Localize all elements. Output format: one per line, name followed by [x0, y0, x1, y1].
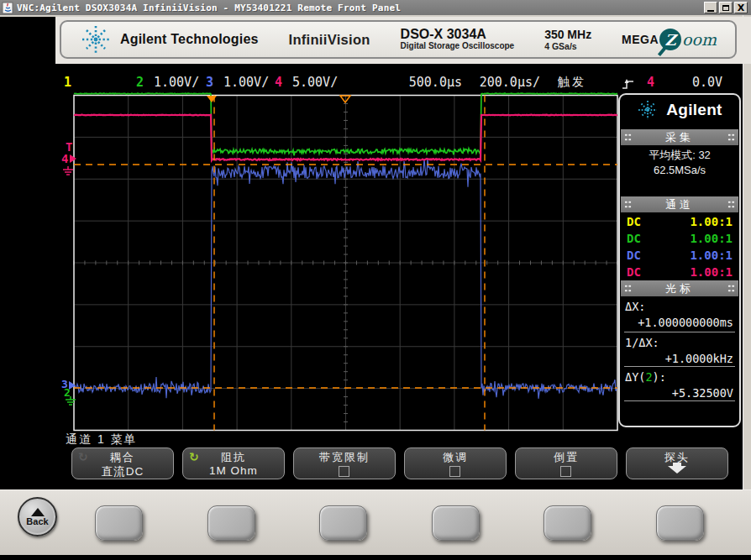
status-trigger-source: 4	[647, 75, 654, 90]
drag-grip-icon[interactable]	[624, 200, 632, 209]
drag-grip-icon[interactable]	[624, 284, 632, 293]
divider	[624, 400, 735, 401]
drag-grip-icon[interactable]	[727, 133, 735, 142]
ch2-probe-ratio: 1.00:1	[690, 232, 733, 245]
status-timebase: 200.0µs/	[469, 75, 540, 90]
ch1-probe-ratio: 1.00:1	[690, 215, 733, 228]
svg-text:2: 2	[64, 386, 71, 399]
invert-checkbox[interactable]	[560, 466, 571, 477]
cursor-inv-dx-label: 1/ΔX:	[625, 336, 659, 349]
bandwidth-limit-label: 带宽限制	[294, 450, 395, 465]
ch4-coupling: DC	[627, 265, 641, 279]
back-button[interactable]: Back	[18, 497, 57, 536]
megazoom-mega-text: MEGA	[622, 33, 659, 46]
ch2-coupling: DC	[627, 232, 641, 245]
cursor-dy-post: ):	[653, 370, 666, 384]
drag-grip-icon[interactable]	[727, 200, 735, 209]
probe-arrow-icon	[668, 466, 686, 474]
front-panel: Back	[0, 489, 751, 555]
megazoom-z: Z	[665, 31, 676, 49]
bandwidth-limit-softkey[interactable]: 带宽限制	[293, 447, 396, 479]
brand-name: Agilent Technologies	[120, 32, 259, 47]
megazoom-oom-text: oom	[682, 30, 717, 49]
ch3-coupling: DC	[627, 249, 641, 262]
close-icon: X	[738, 3, 744, 13]
cursors-section-header: 光标	[621, 280, 738, 296]
softkey-button-5[interactable]	[544, 505, 591, 541]
probe-softkey[interactable]: 探头	[626, 447, 728, 479]
cursor-dy-pre: ΔY(	[625, 370, 645, 384]
model-number: DSO-X 3034A	[401, 28, 515, 42]
channel-row-4: DC 1.00:1	[627, 264, 733, 280]
impedance-label: 阻抗	[183, 450, 284, 465]
ch1-coupling: DC	[627, 215, 641, 228]
status-ch1-number: 1	[64, 75, 71, 90]
close-button[interactable]: X	[734, 2, 748, 13]
acquisition-title: 采集	[632, 130, 727, 145]
drag-grip-icon[interactable]	[624, 133, 632, 142]
softkey-button-6[interactable]	[656, 505, 704, 541]
model-description: Digital Storage Oscilloscope	[401, 42, 515, 51]
cursor-dy-label: ΔY(2):	[625, 370, 666, 384]
impedance-value: 1M Ohm	[183, 464, 284, 477]
agilent-starburst-icon-small	[637, 99, 659, 121]
cursor-dx-label: ΔX:	[625, 300, 645, 313]
status-delay-time: 500.0µs	[395, 75, 462, 90]
banner-box: Agilent Technologies InfiniiVision DSO-X…	[60, 20, 737, 59]
cursors-title: 光标	[632, 281, 727, 296]
samplerate-spec: 4 GSa/s	[544, 41, 591, 51]
minimize-icon	[707, 10, 714, 12]
status-ch2-scale: 1.00V/	[154, 75, 199, 90]
fine-adjust-checkbox[interactable]	[449, 466, 460, 477]
invert-softkey[interactable]: 倒置	[515, 447, 617, 479]
menu-title: 通道 1 菜单	[66, 432, 138, 447]
coupling-label: 耦合	[72, 450, 173, 465]
fine-adjust-softkey[interactable]: 微调	[404, 447, 507, 479]
drag-grip-icon[interactable]	[727, 284, 735, 293]
product-family: InfiniiVision	[289, 32, 370, 48]
megazoom-logo: MEGA Z oom	[622, 29, 717, 50]
ch4-probe-ratio: 1.00:1	[690, 265, 733, 279]
acquisition-section-header: 采集	[621, 129, 738, 145]
sidebar-logo-text: Agilent	[666, 101, 722, 119]
vnc-window: VNC:Agilent DSOX3034A InfiniiVision - MY…	[0, 0, 751, 560]
status-ch3-scale: 1.00V/	[223, 75, 269, 90]
channel-row-2: DC 1.00:1	[627, 230, 733, 246]
fine-adjust-label: 微调	[405, 450, 506, 465]
cursor-dy-value: +5.32500V	[672, 386, 733, 400]
acquisition-mode: 平均模式: 32	[620, 148, 739, 163]
maximize-button[interactable]	[719, 2, 733, 13]
channel-row-3: DC 1.00:1	[627, 247, 733, 263]
coupling-value: 直流DC	[72, 464, 173, 479]
sidebar-logo: Agilent	[620, 99, 739, 121]
up-arrow-icon	[31, 508, 45, 516]
softkey-button-1[interactable]	[95, 505, 143, 541]
back-label: Back	[26, 516, 48, 526]
ch3-probe-ratio: 1.00:1	[690, 249, 733, 262]
cursor-dx-value: +1.000000000ms	[638, 316, 733, 329]
window-frame-right	[743, 15, 751, 554]
softkey-button-3[interactable]	[319, 505, 367, 541]
megazoom-magnifier-icon: Z	[659, 29, 681, 50]
softkey-button-2[interactable]	[207, 505, 255, 541]
status-ch2-number: 2	[136, 75, 144, 90]
maximize-icon	[722, 5, 729, 11]
softkey-button-4[interactable]	[432, 505, 480, 541]
divider	[624, 332, 735, 332]
status-ch3-number: 3	[206, 75, 213, 90]
impedance-softkey[interactable]: ↻ 阻抗 1M Ohm	[182, 447, 285, 479]
edge-trigger-icon	[622, 77, 635, 90]
bandwidth-limit-checkbox[interactable]	[339, 466, 349, 477]
info-sidebar: Agilent 采集 平均模式: 32 62.5MSa/s 通道 DC 1.00…	[618, 93, 741, 427]
channels-title: 通道	[632, 197, 727, 212]
channels-section-header: 通道	[621, 196, 738, 212]
coupling-softkey[interactable]: ↻ 耦合 直流DC	[71, 447, 174, 479]
minimize-button[interactable]	[704, 2, 717, 13]
scope-display: T432	[60, 92, 620, 433]
acquisition-samplerate: 62.5MSa/s	[620, 164, 739, 176]
window-title: VNC:Agilent DSOX3034A InfiniiVision - MY…	[17, 3, 401, 13]
cursor-inv-dx-value: +1.0000kHz	[665, 352, 733, 365]
status-trigger-word: 触发	[558, 75, 586, 90]
agilent-starburst-icon	[80, 24, 112, 55]
title-bar[interactable]: VNC:Agilent DSOX3034A InfiniiVision - MY…	[0, 0, 751, 15]
